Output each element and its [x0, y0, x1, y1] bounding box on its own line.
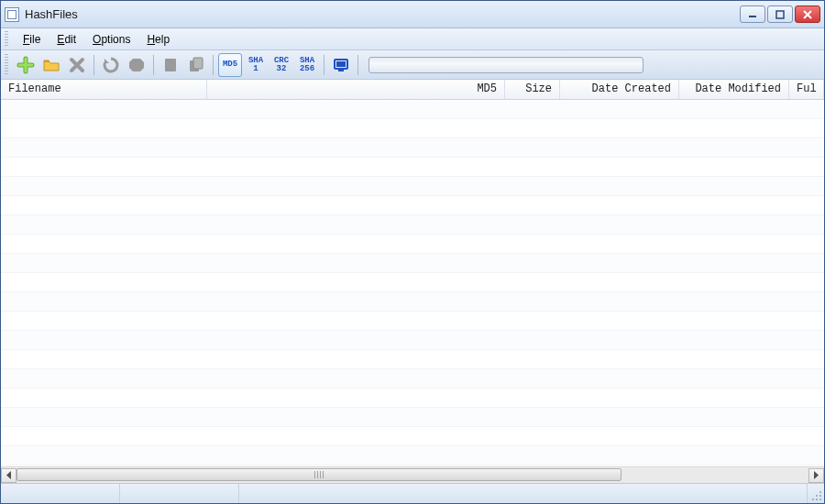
table-body[interactable]	[1, 100, 824, 466]
table-row	[1, 331, 824, 350]
toolbar-separator	[94, 55, 94, 75]
maximize-icon	[776, 10, 785, 19]
folder-icon	[42, 56, 60, 74]
copy-all-button[interactable]	[184, 53, 208, 77]
table-row	[1, 138, 824, 158]
plus-icon	[16, 56, 35, 74]
menu-options[interactable]: Options	[85, 30, 138, 49]
sha1-button[interactable]: SHA 1	[244, 53, 268, 77]
table-row	[1, 177, 824, 196]
minimize-icon	[748, 10, 757, 19]
svg-rect-6	[193, 58, 203, 69]
column-size[interactable]: Size	[505, 80, 560, 99]
table-row	[1, 273, 824, 292]
toolbar-separator	[213, 55, 214, 75]
x-icon	[68, 56, 86, 74]
column-date-modified[interactable]: Date Modified	[679, 80, 789, 99]
maximize-button[interactable]	[767, 5, 793, 23]
sha256-button[interactable]: SHA 256	[295, 53, 319, 77]
add-file-button[interactable]	[14, 53, 38, 77]
table-row	[1, 446, 824, 466]
grip-icon	[811, 490, 822, 501]
app-window: HashFiles File Edit Options Help	[0, 0, 825, 504]
table-row	[1, 292, 824, 312]
svg-point-10	[820, 499, 821, 500]
table-row	[1, 158, 824, 177]
status-cell	[1, 484, 120, 503]
close-button[interactable]	[795, 5, 820, 23]
table-row	[1, 196, 824, 215]
table-header: Filename MD5 Size Date Created Date Modi…	[1, 80, 824, 100]
chevron-right-icon	[813, 471, 820, 479]
table-row	[1, 408, 824, 427]
menu-help[interactable]: Help	[139, 30, 177, 49]
window-controls	[740, 5, 820, 23]
table-row	[1, 350, 824, 369]
svg-rect-8	[336, 61, 346, 67]
refresh-icon	[102, 56, 120, 74]
menu-bar: File Edit Options Help	[1, 28, 824, 50]
menu-file[interactable]: File	[16, 30, 48, 49]
status-cell	[239, 484, 808, 503]
resize-grip[interactable]	[808, 484, 824, 503]
status-bar	[1, 483, 824, 503]
stop-button[interactable]	[125, 53, 148, 77]
horizontal-scrollbar	[1, 466, 824, 483]
app-icon	[5, 7, 19, 22]
scroll-left-button[interactable]	[1, 468, 16, 483]
stop-icon	[127, 56, 146, 74]
table-rows	[1, 100, 824, 466]
chevron-left-icon	[6, 471, 12, 479]
svg-point-13	[820, 491, 821, 493]
copy-hash-button[interactable]	[159, 53, 182, 77]
svg-point-15	[812, 499, 814, 500]
open-folder-button[interactable]	[39, 53, 63, 77]
close-icon	[803, 10, 812, 19]
scroll-right-button[interactable]	[808, 468, 824, 483]
minimize-button[interactable]	[740, 5, 765, 23]
toolbar: MD5 SHA 1 CRC 32 SHA 256	[1, 50, 824, 80]
table-row	[1, 119, 824, 138]
documents-icon	[187, 56, 205, 74]
view-mode-button[interactable]	[329, 53, 353, 77]
column-full-path[interactable]: Ful	[789, 80, 824, 99]
window-title: HashFiles	[25, 7, 740, 21]
title-bar: HashFiles	[1, 1, 824, 28]
crc32-button[interactable]: CRC 32	[270, 53, 293, 77]
svg-rect-4	[165, 59, 176, 71]
table-row	[1, 254, 824, 273]
toolbar-separator	[358, 55, 358, 75]
progress-bar	[368, 57, 644, 73]
menu-edit[interactable]: Edit	[50, 30, 83, 49]
toolbar-separator	[324, 55, 324, 75]
table-row	[1, 312, 824, 331]
svg-point-11	[820, 495, 821, 497]
monitor-icon	[332, 56, 350, 74]
svg-rect-1	[776, 11, 784, 18]
table-row	[1, 235, 824, 254]
table-row	[1, 215, 824, 235]
column-filename[interactable]: Filename	[1, 80, 207, 99]
table-row	[1, 369, 824, 389]
column-md5[interactable]: MD5	[207, 80, 505, 99]
table-row	[1, 427, 824, 446]
svg-point-12	[816, 499, 818, 500]
refresh-button[interactable]	[99, 53, 123, 77]
status-cell	[120, 484, 239, 503]
toolbar-separator	[153, 55, 154, 75]
table-row	[1, 100, 824, 119]
table-row	[1, 389, 824, 408]
svg-point-14	[816, 495, 818, 497]
remove-button[interactable]	[65, 53, 89, 77]
md5-button[interactable]: MD5	[218, 53, 242, 77]
column-date-created[interactable]: Date Created	[560, 80, 679, 99]
scrollbar-thumb[interactable]	[16, 468, 622, 481]
document-icon	[161, 56, 180, 74]
scrollbar-track[interactable]	[16, 468, 808, 483]
